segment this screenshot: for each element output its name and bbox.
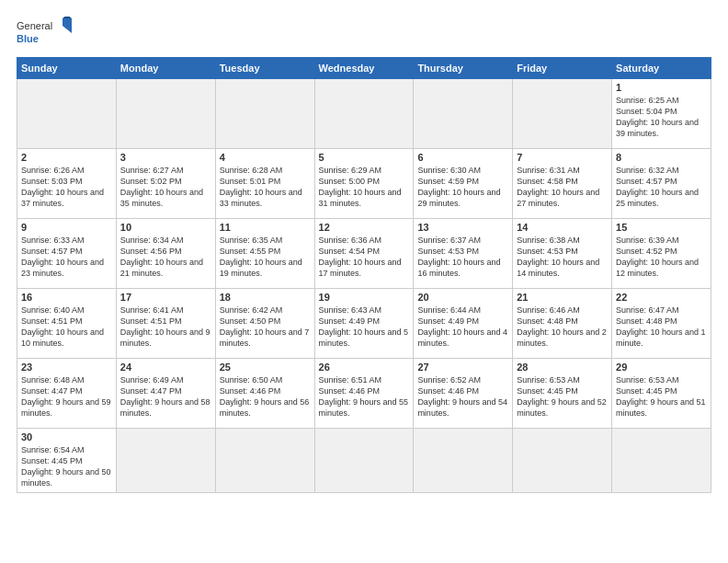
day-info: Sunrise: 6:28 AM Sunset: 5:01 PM Dayligh… bbox=[220, 165, 311, 210]
calendar-cell: 3Sunrise: 6:27 AM Sunset: 5:02 PM Daylig… bbox=[116, 149, 215, 219]
day-number: 19 bbox=[319, 292, 410, 303]
calendar-cell: 24Sunrise: 6:49 AM Sunset: 4:47 PM Dayli… bbox=[116, 359, 215, 429]
calendar-cell: 18Sunrise: 6:42 AM Sunset: 4:50 PM Dayli… bbox=[215, 289, 314, 359]
calendar-table: SundayMondayTuesdayWednesdayThursdayFrid… bbox=[17, 57, 711, 493]
calendar-cell bbox=[116, 429, 215, 493]
day-info: Sunrise: 6:48 AM Sunset: 4:47 PM Dayligh… bbox=[21, 374, 112, 419]
calendar-cell bbox=[215, 79, 314, 149]
calendar-cell: 14Sunrise: 6:38 AM Sunset: 4:53 PM Dayli… bbox=[513, 219, 612, 289]
calendar-cell: 21Sunrise: 6:46 AM Sunset: 4:48 PM Dayli… bbox=[513, 289, 612, 359]
day-number: 7 bbox=[517, 152, 608, 163]
day-info: Sunrise: 6:38 AM Sunset: 4:53 PM Dayligh… bbox=[517, 235, 608, 280]
day-number: 5 bbox=[319, 152, 410, 163]
generalblue-logo-icon: General Blue bbox=[17, 17, 72, 50]
week-row-6: 30Sunrise: 6:54 AM Sunset: 4:45 PM Dayli… bbox=[17, 429, 711, 493]
day-number: 26 bbox=[319, 362, 410, 373]
day-info: Sunrise: 6:39 AM Sunset: 4:52 PM Dayligh… bbox=[616, 235, 707, 280]
calendar-cell: 11Sunrise: 6:35 AM Sunset: 4:55 PM Dayli… bbox=[215, 219, 314, 289]
calendar-cell: 25Sunrise: 6:50 AM Sunset: 4:46 PM Dayli… bbox=[215, 359, 314, 429]
page: General Blue SundayMondayTuesdayWednesda… bbox=[0, 0, 728, 563]
day-info: Sunrise: 6:29 AM Sunset: 5:00 PM Dayligh… bbox=[319, 165, 410, 210]
calendar-cell: 22Sunrise: 6:47 AM Sunset: 4:48 PM Dayli… bbox=[612, 289, 711, 359]
week-row-2: 2Sunrise: 6:26 AM Sunset: 5:03 PM Daylig… bbox=[17, 149, 711, 219]
calendar-cell: 20Sunrise: 6:44 AM Sunset: 4:49 PM Dayli… bbox=[414, 289, 513, 359]
calendar-cell: 13Sunrise: 6:37 AM Sunset: 4:53 PM Dayli… bbox=[414, 219, 513, 289]
calendar-cell: 28Sunrise: 6:53 AM Sunset: 4:45 PM Dayli… bbox=[513, 359, 612, 429]
weekday-header-sunday: Sunday bbox=[17, 58, 117, 79]
weekday-header-friday: Friday bbox=[513, 58, 612, 79]
day-info: Sunrise: 6:31 AM Sunset: 4:58 PM Dayligh… bbox=[517, 165, 608, 210]
calendar-cell: 4Sunrise: 6:28 AM Sunset: 5:01 PM Daylig… bbox=[215, 149, 314, 219]
day-info: Sunrise: 6:27 AM Sunset: 5:02 PM Dayligh… bbox=[120, 165, 211, 210]
day-info: Sunrise: 6:50 AM Sunset: 4:46 PM Dayligh… bbox=[220, 374, 311, 419]
calendar-cell: 17Sunrise: 6:41 AM Sunset: 4:51 PM Dayli… bbox=[116, 289, 215, 359]
day-number: 30 bbox=[21, 431, 112, 442]
day-number: 20 bbox=[417, 292, 508, 303]
calendar-cell bbox=[314, 429, 414, 493]
day-number: 10 bbox=[120, 222, 211, 233]
day-number: 14 bbox=[517, 222, 608, 233]
svg-text:Blue: Blue bbox=[17, 33, 39, 44]
calendar-cell: 27Sunrise: 6:52 AM Sunset: 4:46 PM Dayli… bbox=[414, 359, 513, 429]
day-number: 3 bbox=[120, 152, 211, 163]
calendar-cell bbox=[17, 79, 117, 149]
day-number: 22 bbox=[616, 292, 707, 303]
day-number: 25 bbox=[220, 362, 311, 373]
day-info: Sunrise: 6:53 AM Sunset: 4:45 PM Dayligh… bbox=[517, 374, 608, 419]
weekday-header-tuesday: Tuesday bbox=[215, 58, 314, 79]
calendar-cell: 1Sunrise: 6:25 AM Sunset: 5:04 PM Daylig… bbox=[612, 79, 711, 149]
weekday-header-row: SundayMondayTuesdayWednesdayThursdayFrid… bbox=[17, 58, 711, 79]
calendar-cell: 9Sunrise: 6:33 AM Sunset: 4:57 PM Daylig… bbox=[17, 219, 117, 289]
weekday-header-monday: Monday bbox=[116, 58, 215, 79]
day-info: Sunrise: 6:49 AM Sunset: 4:47 PM Dayligh… bbox=[120, 374, 211, 419]
weekday-header-wednesday: Wednesday bbox=[314, 58, 414, 79]
calendar-cell: 10Sunrise: 6:34 AM Sunset: 4:56 PM Dayli… bbox=[116, 219, 215, 289]
day-number: 13 bbox=[417, 222, 508, 233]
weekday-header-thursday: Thursday bbox=[414, 58, 513, 79]
svg-text:General: General bbox=[17, 20, 52, 31]
weekday-header-saturday: Saturday bbox=[612, 58, 711, 79]
day-info: Sunrise: 6:37 AM Sunset: 4:53 PM Dayligh… bbox=[417, 235, 508, 280]
calendar-cell: 7Sunrise: 6:31 AM Sunset: 4:58 PM Daylig… bbox=[513, 149, 612, 219]
calendar-cell bbox=[612, 429, 711, 493]
calendar-cell: 29Sunrise: 6:53 AM Sunset: 4:45 PM Dayli… bbox=[612, 359, 711, 429]
day-number: 2 bbox=[21, 152, 112, 163]
day-number: 24 bbox=[120, 362, 211, 373]
calendar-cell: 23Sunrise: 6:48 AM Sunset: 4:47 PM Dayli… bbox=[17, 359, 117, 429]
day-info: Sunrise: 6:35 AM Sunset: 4:55 PM Dayligh… bbox=[220, 235, 311, 280]
calendar-cell bbox=[513, 429, 612, 493]
week-row-1: 1Sunrise: 6:25 AM Sunset: 5:04 PM Daylig… bbox=[17, 79, 711, 149]
day-number: 11 bbox=[220, 222, 311, 233]
calendar-cell: 2Sunrise: 6:26 AM Sunset: 5:03 PM Daylig… bbox=[17, 149, 117, 219]
week-row-3: 9Sunrise: 6:33 AM Sunset: 4:57 PM Daylig… bbox=[17, 219, 711, 289]
day-number: 18 bbox=[220, 292, 311, 303]
day-info: Sunrise: 6:41 AM Sunset: 4:51 PM Dayligh… bbox=[120, 304, 211, 350]
day-info: Sunrise: 6:47 AM Sunset: 4:48 PM Dayligh… bbox=[616, 304, 707, 350]
day-info: Sunrise: 6:51 AM Sunset: 4:46 PM Dayligh… bbox=[319, 374, 410, 419]
calendar-cell: 12Sunrise: 6:36 AM Sunset: 4:54 PM Dayli… bbox=[314, 219, 414, 289]
svg-marker-3 bbox=[63, 17, 72, 18]
day-info: Sunrise: 6:44 AM Sunset: 4:49 PM Dayligh… bbox=[417, 304, 508, 350]
day-number: 28 bbox=[517, 362, 608, 373]
day-info: Sunrise: 6:43 AM Sunset: 4:49 PM Dayligh… bbox=[319, 304, 410, 350]
day-info: Sunrise: 6:54 AM Sunset: 4:45 PM Dayligh… bbox=[21, 444, 112, 489]
day-info: Sunrise: 6:26 AM Sunset: 5:03 PM Dayligh… bbox=[21, 165, 112, 210]
day-info: Sunrise: 6:52 AM Sunset: 4:46 PM Dayligh… bbox=[417, 374, 508, 419]
day-info: Sunrise: 6:46 AM Sunset: 4:48 PM Dayligh… bbox=[517, 304, 608, 350]
day-number: 27 bbox=[417, 362, 508, 373]
calendar-cell: 6Sunrise: 6:30 AM Sunset: 4:59 PM Daylig… bbox=[414, 149, 513, 219]
calendar-cell bbox=[414, 79, 513, 149]
day-info: Sunrise: 6:42 AM Sunset: 4:50 PM Dayligh… bbox=[220, 304, 311, 350]
day-number: 21 bbox=[517, 292, 608, 303]
calendar-cell bbox=[215, 429, 314, 493]
calendar-cell: 30Sunrise: 6:54 AM Sunset: 4:45 PM Dayli… bbox=[17, 429, 117, 493]
day-number: 9 bbox=[21, 222, 112, 233]
day-number: 23 bbox=[21, 362, 112, 373]
header: General Blue bbox=[17, 17, 711, 50]
calendar-cell bbox=[513, 79, 612, 149]
day-number: 12 bbox=[319, 222, 410, 233]
day-number: 17 bbox=[120, 292, 211, 303]
day-info: Sunrise: 6:25 AM Sunset: 5:04 PM Dayligh… bbox=[616, 95, 707, 140]
day-number: 29 bbox=[616, 362, 707, 373]
day-info: Sunrise: 6:32 AM Sunset: 4:57 PM Dayligh… bbox=[616, 165, 707, 210]
